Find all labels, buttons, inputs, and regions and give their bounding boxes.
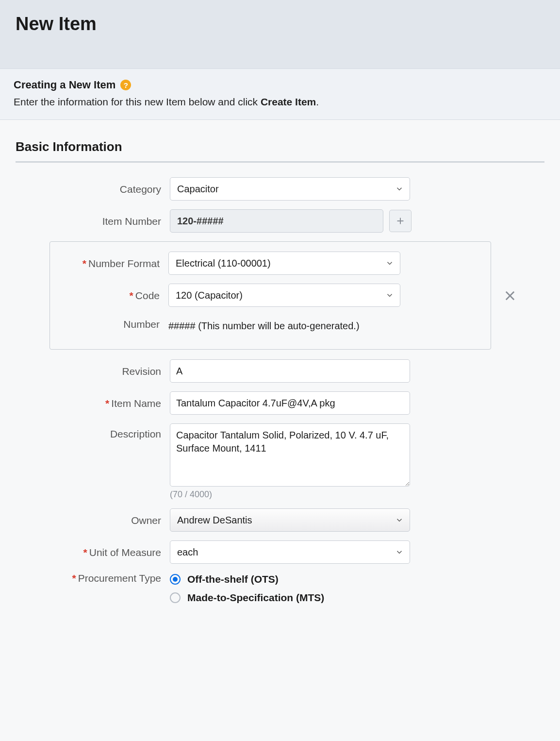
chevron-down-icon bbox=[395, 516, 404, 524]
chevron-down-icon bbox=[395, 548, 404, 556]
close-icon bbox=[503, 289, 517, 303]
label-uom: *Unit of Measure bbox=[16, 546, 161, 558]
procurement-radio-ots[interactable]: Off-the-shelf (OTS) bbox=[170, 573, 324, 585]
uom-select[interactable]: each bbox=[170, 540, 410, 564]
help-icon[interactable]: ? bbox=[120, 80, 131, 90]
page-title: New Item bbox=[16, 14, 544, 34]
number-auto-note: ##### (This number will be auto-generate… bbox=[168, 316, 360, 332]
code-value: 120 (Capacitor) bbox=[176, 290, 243, 301]
radio-label-mts: Made-to-Specification (MTS) bbox=[187, 592, 324, 604]
owner-value: Andrew DeSantis bbox=[177, 515, 252, 526]
category-select-value: Capacitor bbox=[177, 184, 219, 195]
form-content: Basic Information Category Capacitor Ite… bbox=[0, 120, 560, 627]
chevron-down-icon bbox=[395, 185, 404, 193]
info-text-strong: Create Item bbox=[261, 96, 316, 107]
label-number: Number bbox=[57, 318, 160, 330]
info-text-suffix: . bbox=[316, 96, 319, 107]
plus-icon bbox=[395, 216, 406, 226]
label-code: *Code bbox=[57, 289, 160, 302]
item-number-field: 120-##### bbox=[170, 209, 383, 233]
procurement-radio-mts[interactable]: Made-to-Specification (MTS) bbox=[170, 592, 324, 604]
label-owner: Owner bbox=[16, 514, 161, 526]
category-select[interactable]: Capacitor bbox=[170, 177, 410, 201]
label-description: Description bbox=[16, 423, 161, 440]
description-char-count: (70 / 4000) bbox=[170, 489, 410, 500]
number-format-value: Electrical (110-00001) bbox=[176, 258, 271, 269]
page-header: New Item bbox=[0, 0, 560, 68]
radio-icon bbox=[170, 592, 181, 603]
procurement-type-group: Off-the-shelf (OTS) Made-to-Specificatio… bbox=[170, 573, 324, 604]
info-panel-text: Enter the information for this new Item … bbox=[14, 96, 546, 108]
owner-select[interactable]: Andrew DeSantis bbox=[170, 508, 410, 532]
section-heading: Basic Information bbox=[16, 139, 544, 154]
number-format-select[interactable]: Electrical (110-00001) bbox=[168, 252, 400, 275]
chevron-down-icon bbox=[385, 259, 394, 268]
uom-value: each bbox=[177, 547, 198, 558]
item-name-input[interactable] bbox=[170, 391, 410, 415]
label-number-format: *Number Format bbox=[57, 257, 160, 269]
code-select[interactable]: 120 (Capacitor) bbox=[168, 284, 400, 307]
info-text-prefix: Enter the information for this new Item … bbox=[14, 96, 261, 107]
revision-input[interactable] bbox=[170, 359, 410, 383]
add-item-number-button[interactable] bbox=[389, 210, 412, 232]
radio-icon bbox=[170, 574, 181, 585]
chevron-down-icon bbox=[385, 291, 394, 300]
number-format-group: *Number Format Electrical (110-00001) *C… bbox=[49, 241, 491, 350]
info-panel: Creating a New Item ? Enter the informat… bbox=[0, 68, 560, 120]
info-panel-title: Creating a New Item bbox=[14, 79, 115, 91]
label-item-name: *Item Name bbox=[16, 397, 161, 409]
label-procurement-type: *Procurement Type bbox=[16, 573, 161, 584]
section-divider bbox=[16, 161, 544, 163]
item-number-value: 120-##### bbox=[177, 216, 224, 227]
description-textarea[interactable] bbox=[170, 423, 410, 487]
label-category: Category bbox=[16, 183, 161, 195]
radio-label-ots: Off-the-shelf (OTS) bbox=[187, 573, 279, 585]
label-revision: Revision bbox=[16, 365, 161, 377]
remove-number-format-button[interactable] bbox=[503, 289, 517, 303]
label-item-number: Item Number bbox=[16, 215, 161, 227]
